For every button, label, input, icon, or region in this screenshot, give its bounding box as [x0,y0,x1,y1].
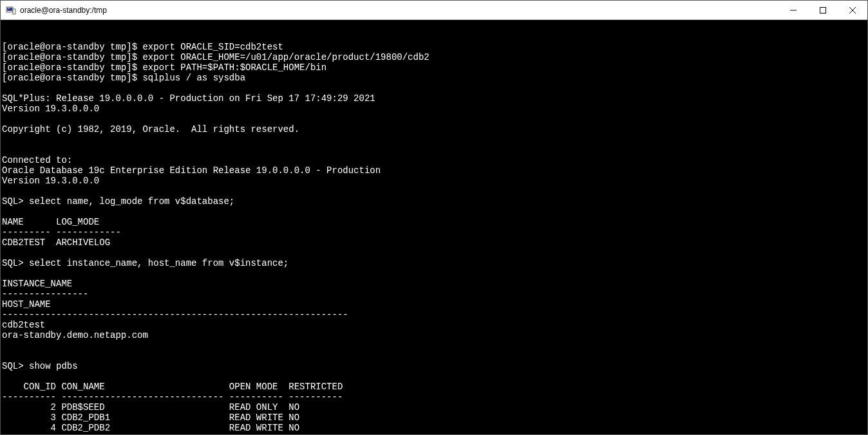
svg-rect-5 [820,7,826,13]
terminal[interactable]: [oracle@ora-standby tmp]$ export ORACLE_… [1,20,867,434]
terminal-output: [oracle@ora-standby tmp]$ export ORACLE_… [2,42,866,434]
maximize-button[interactable] [808,1,838,20]
window-title: oracle@ora-standby:/tmp [20,6,107,15]
terminal-line: Version 19.3.0.0.0 [2,104,866,114]
putty-icon [6,5,16,15]
terminal-line: cdb2test [2,320,866,330]
terminal-line: ---------------- [2,289,866,299]
terminal-line [2,145,866,155]
terminal-line: HOST_NAME [2,299,866,310]
close-button[interactable] [838,1,867,20]
terminal-line [2,186,866,196]
terminal-line [2,371,866,382]
terminal-line [2,351,866,361]
terminal-line: Version 19.3.0.0.0 [2,176,866,186]
terminal-line [2,248,866,258]
terminal-line: [oracle@ora-standby tmp]$ export ORACLE_… [2,52,866,62]
terminal-line: ---------- -----------------------------… [2,392,866,402]
terminal-line: 4 CDB2_PDB2 READ WRITE NO [2,423,866,433]
terminal-line: 5 CDB2_PDB3 READ WRITE NO [2,433,866,434]
terminal-line: 2 PDB$SEED READ ONLY NO [2,402,866,412]
terminal-line [2,268,866,279]
terminal-line: [oracle@ora-standby tmp]$ export PATH=$P… [2,62,866,73]
terminal-line [2,134,866,145]
terminal-line: CON_ID CON_NAME OPEN MODE RESTRICTED [2,382,866,392]
terminal-line: Copyright (c) 1982, 2019, Oracle. All ri… [2,124,866,134]
terminal-line: ora-standby.demo.netapp.com [2,330,866,340]
terminal-line [2,340,866,351]
terminal-line: [oracle@ora-standby tmp]$ export ORACLE_… [2,42,866,52]
minimize-button[interactable] [778,1,808,20]
terminal-line [2,114,866,124]
terminal-line: NAME LOG_MODE [2,217,866,227]
terminal-line: SQL*Plus: Release 19.0.0.0.0 - Productio… [2,93,866,104]
terminal-line: INSTANCE_NAME [2,279,866,289]
terminal-line: CDB2TEST ARCHIVELOG [2,237,866,248]
titlebar[interactable]: oracle@ora-standby:/tmp [1,1,867,20]
terminal-line: [oracle@ora-standby tmp]$ sqlplus / as s… [2,73,866,83]
terminal-line: SQL> select instance_name, host_name fro… [2,258,866,268]
terminal-line [2,83,866,93]
svg-rect-2 [13,9,15,14]
terminal-line: 3 CDB2_PDB1 READ WRITE NO [2,412,866,423]
terminal-line: --------- ------------ [2,227,866,237]
terminal-line [2,207,866,217]
terminal-line: ----------------------------------------… [2,310,866,320]
terminal-line: Connected to: [2,155,866,165]
window: oracle@ora-standby:/tmp [oracle@ora-stan… [0,0,868,435]
terminal-line: Oracle Database 19c Enterprise Edition R… [2,165,866,176]
terminal-line: SQL> show pdbs [2,361,866,371]
terminal-line: SQL> select name, log_mode from v$databa… [2,196,866,207]
